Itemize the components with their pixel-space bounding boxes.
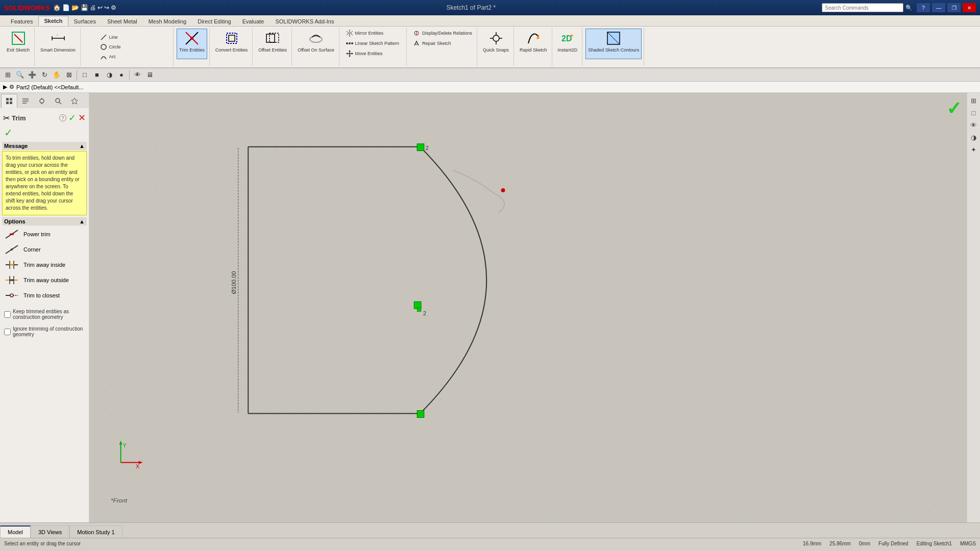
- message-section-header[interactable]: Message ▲: [2, 142, 87, 150]
- view-zoom-to-fit[interactable]: ⊞: [2, 69, 13, 81]
- display-delete-relations-button[interactable]: Display/Delete Relations: [410, 29, 475, 38]
- help-icon[interactable]: ?: [59, 114, 66, 121]
- search-icon[interactable]: 🔍: [905, 5, 913, 11]
- svg-point-10: [190, 37, 193, 40]
- option-trim-away-outside[interactable]: Trim away outside: [2, 272, 87, 288]
- display-delete-relations-label: Display/Delete Relations: [422, 31, 472, 36]
- svg-point-78: [501, 188, 505, 192]
- svg-rect-36: [10, 98, 12, 101]
- tab-3d-views[interactable]: 3D Views: [31, 525, 69, 538]
- view-hide-show[interactable]: 👁: [132, 69, 143, 81]
- quick-access-redo[interactable]: ↪: [104, 4, 109, 11]
- checkbox-keep-trimmed[interactable]: Keep trimmed entities as construction ge…: [2, 307, 87, 321]
- convert-entities-button[interactable]: Convert Entities: [213, 29, 251, 59]
- linear-sketch-pattern-button[interactable]: Linear Sketch Pattern: [343, 39, 404, 48]
- view-wireframe[interactable]: □: [79, 69, 90, 81]
- tab-motion-study[interactable]: Motion Study 1: [69, 525, 122, 538]
- move-entities-button[interactable]: Move Entities: [343, 49, 404, 58]
- status-x: 16.9mm: [803, 541, 821, 546]
- instant2d-button[interactable]: 2D Instant2D: [555, 29, 580, 59]
- rapid-sketch-group: Rapid Sketch: [515, 28, 552, 66]
- view-section[interactable]: ⊠: [63, 69, 75, 81]
- keep-trimmed-checkbox[interactable]: [4, 311, 11, 318]
- offset-on-surface-button[interactable]: Offset On Surface: [295, 29, 337, 59]
- rapid-sketch-button[interactable]: Rapid Sketch: [517, 29, 550, 59]
- cancel-trim-button[interactable]: ✕: [78, 112, 86, 123]
- options-section-header[interactable]: Options ▲: [2, 217, 87, 226]
- tab-surfaces[interactable]: Surfaces: [68, 16, 102, 26]
- tab-evaluate[interactable]: Evaluate: [237, 16, 270, 26]
- panel-tab-search[interactable]: [50, 94, 66, 108]
- option-trim-to-closest[interactable]: Trim to closest: [2, 288, 87, 303]
- minimize-button[interactable]: —: [932, 3, 945, 12]
- right-icon-5[interactable]: ✦: [968, 144, 979, 155]
- checkbox-ignore-trimming[interactable]: Ignore trimming of construction geometry: [2, 324, 87, 339]
- view-rotate[interactable]: ↻: [39, 69, 50, 81]
- ignore-trimming-checkbox[interactable]: [4, 329, 11, 335]
- line-tool-button[interactable]: Line: [97, 33, 158, 42]
- svg-text:2: 2: [426, 145, 429, 151]
- right-icon-1[interactable]: ⊞: [968, 95, 979, 106]
- quick-access-new[interactable]: 📄: [62, 4, 70, 11]
- repair-sketch-button[interactable]: Repair Sketch: [410, 39, 471, 48]
- quick-snaps-button[interactable]: Quick Snaps: [480, 29, 511, 59]
- shaded-sketch-contours-button[interactable]: Shaded Sketch Contours: [585, 29, 642, 59]
- svg-rect-35: [6, 98, 9, 101]
- canvas-area[interactable]: 2 2 Ø100.00 Y: [89, 93, 967, 522]
- view-pan[interactable]: ✋: [51, 69, 62, 81]
- confirm-button[interactable]: ✓: [68, 112, 76, 123]
- quick-snaps-group: Quick Snaps: [478, 28, 514, 66]
- smart-dimension-group: ↕ Smart Dimension: [36, 28, 81, 66]
- circle-tool-button[interactable]: Circle: [97, 42, 158, 52]
- view-display[interactable]: 🖥: [144, 69, 155, 81]
- view-zoom-in[interactable]: ➕: [27, 69, 38, 81]
- arc-tool-button[interactable]: Arc: [97, 52, 158, 61]
- close-button[interactable]: ✕: [963, 3, 976, 12]
- panel-content: ✂ Trim ? ✓ ✕ ✓ Message ▲ To trim entitie…: [0, 108, 89, 522]
- exit-sketch-button[interactable]: Exit Sketch: [4, 29, 32, 59]
- quick-access-save[interactable]: 💾: [81, 4, 88, 11]
- option-trim-away-inside[interactable]: Trim away inside: [2, 257, 87, 272]
- tab-sketch[interactable]: Sketch: [38, 16, 68, 26]
- breadcrumb-arrow[interactable]: ▶: [3, 84, 7, 90]
- panel-tab-config[interactable]: [34, 94, 50, 108]
- checkmark-overlay: ✓: [946, 98, 962, 119]
- view-appearance[interactable]: ●: [116, 69, 127, 81]
- mirror-entities-button[interactable]: Mirror Entities: [343, 29, 404, 38]
- tab-mesh-modeling[interactable]: Mesh Modeling: [143, 16, 192, 26]
- quick-access-home[interactable]: 🏠: [53, 4, 61, 11]
- search-commands-input[interactable]: [822, 3, 903, 12]
- panel-tab-property[interactable]: [17, 94, 34, 108]
- panel-tab-favorites[interactable]: [66, 94, 83, 108]
- quick-access-open[interactable]: 📂: [71, 4, 79, 11]
- option-corner[interactable]: Corner: [2, 242, 87, 257]
- view-shaded[interactable]: ■: [91, 69, 103, 81]
- view-shadows[interactable]: ◑: [104, 69, 115, 81]
- help-button[interactable]: ?: [917, 3, 930, 12]
- tab-direct-editing[interactable]: Direct Editing: [192, 16, 236, 26]
- maximize-button[interactable]: ❐: [947, 3, 961, 12]
- tab-solidworks-add-ins[interactable]: SOLIDWORKS Add-Ins: [270, 16, 339, 26]
- tab-model[interactable]: Model: [0, 525, 31, 538]
- offset-entities-button[interactable]: Offset Entities: [256, 29, 289, 59]
- view-zoom-to-area[interactable]: 🔍: [14, 69, 26, 81]
- smart-dimension-button[interactable]: ↕ Smart Dimension: [38, 29, 78, 59]
- svg-rect-12: [229, 35, 235, 41]
- panel-tab-feature-manager[interactable]: [1, 94, 17, 108]
- right-icon-3[interactable]: 👁: [968, 119, 979, 131]
- option-power-trim[interactable]: Power trim: [2, 227, 87, 242]
- quick-access-print[interactable]: 🖨: [90, 4, 96, 11]
- quick-access-undo[interactable]: ↩: [97, 4, 103, 11]
- right-icon-2[interactable]: □: [968, 107, 979, 118]
- linear-pattern-icon: [346, 39, 354, 47]
- tab-sheet-metal[interactable]: Sheet Metal: [102, 16, 143, 26]
- right-icon-4[interactable]: ◑: [968, 132, 979, 143]
- quick-access-options[interactable]: ⚙: [111, 4, 116, 11]
- mirror-icon: [346, 29, 354, 37]
- status-z: 0mm: [859, 541, 870, 546]
- tab-features[interactable]: Features: [5, 16, 38, 26]
- trim-entities-button[interactable]: Trim Entities: [177, 29, 207, 59]
- svg-rect-11: [227, 33, 237, 43]
- rapid-sketch-icon: [525, 30, 542, 46]
- options-collapse-icon: ▲: [79, 218, 85, 224]
